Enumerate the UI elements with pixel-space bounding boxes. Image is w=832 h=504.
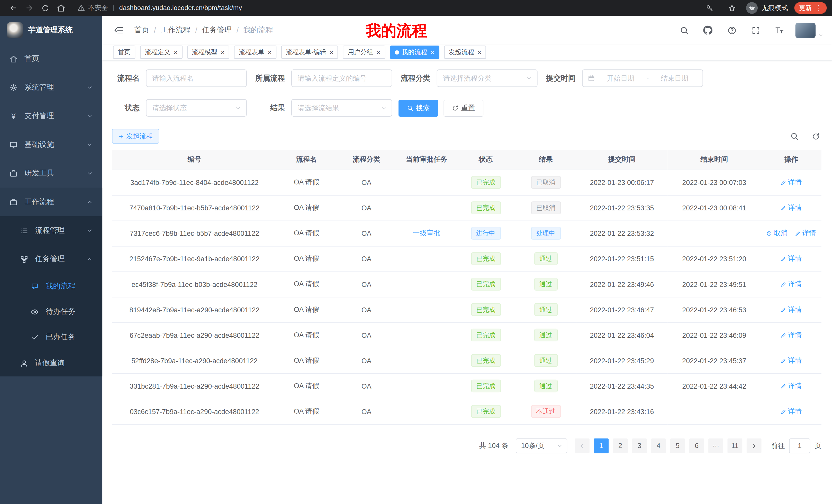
close-icon[interactable]: ×: [220, 49, 225, 56]
breadcrumb-item[interactable]: 首页: [134, 25, 149, 35]
close-icon[interactable]: ×: [477, 49, 482, 56]
header-search-icon[interactable]: [676, 22, 692, 38]
cell-status: 已完成: [457, 348, 515, 373]
browser-menu-dots-icon[interactable]: ⋮: [815, 4, 822, 12]
process-def-input[interactable]: [291, 69, 392, 87]
browser-forward-button[interactable]: [23, 2, 36, 15]
breadcrumb-separator: /: [237, 26, 239, 34]
cancel-link[interactable]: 取消: [766, 228, 788, 238]
page-number-button[interactable]: 2: [613, 438, 628, 453]
close-icon[interactable]: ×: [431, 49, 435, 56]
chevron-up-icon: [86, 256, 93, 262]
page-number-button[interactable]: ···: [708, 438, 723, 453]
status-select[interactable]: 请选择状态: [146, 99, 247, 117]
sidebar-item-system[interactable]: 系统管理: [0, 73, 102, 102]
page-number-button[interactable]: 4: [651, 438, 666, 453]
result-select[interactable]: 请选择流结果: [291, 99, 392, 117]
table-refresh-icon[interactable]: [810, 131, 821, 142]
tab[interactable]: 流程表单 ×: [234, 46, 277, 59]
browser-reload-button[interactable]: [39, 2, 52, 15]
tab[interactable]: 流程定义 ×: [140, 46, 182, 59]
tab[interactable]: 用户分组 ×: [343, 46, 385, 59]
current-task-link[interactable]: 一级审批: [413, 228, 440, 238]
close-icon[interactable]: ×: [174, 49, 178, 56]
prev-page-button[interactable]: [575, 438, 590, 453]
cell-result: 通过: [515, 246, 576, 272]
detail-link[interactable]: 详情: [781, 254, 802, 263]
start-date-placeholder[interactable]: 开始日期: [598, 74, 643, 83]
process-name-input[interactable]: [146, 69, 247, 87]
page-number-button[interactable]: 6: [689, 438, 704, 453]
page-number-button[interactable]: 1: [594, 438, 608, 453]
tab[interactable]: 流程表单-编辑 ×: [281, 46, 338, 59]
table-search-icon[interactable]: [788, 131, 800, 142]
help-icon[interactable]: [724, 22, 740, 38]
cell-id: 331bc281-7b9a-11ec-a290-acde48001122: [112, 373, 277, 399]
page-size-select[interactable]: 10条/页: [516, 438, 567, 453]
tab[interactable]: 首页: [113, 46, 135, 59]
detail-link[interactable]: 详情: [781, 381, 802, 391]
detail-link[interactable]: 详情: [781, 330, 802, 340]
category-select[interactable]: 请选择流程分类: [437, 69, 538, 87]
github-icon[interactable]: [700, 22, 716, 38]
next-page-button[interactable]: [747, 438, 761, 453]
sidebar-item-devtools[interactable]: 研发工具: [0, 159, 102, 188]
tab[interactable]: 我的流程 ×: [390, 46, 439, 59]
sidebar-item-workflow[interactable]: 工作流程: [0, 188, 102, 216]
tab[interactable]: 流程模型 ×: [187, 46, 229, 59]
detail-link[interactable]: 详情: [781, 407, 802, 416]
detail-link[interactable]: 详情: [781, 279, 802, 289]
sidebar-item-task-management[interactable]: 任务管理: [0, 245, 102, 273]
font-size-icon[interactable]: [772, 22, 787, 38]
app-logo[interactable]: 芋道管理系统: [0, 16, 102, 45]
status-badge: 已完成: [471, 278, 501, 290]
page-number-button[interactable]: 11: [727, 438, 742, 453]
sidebar-item-infrastructure[interactable]: 基础设施: [0, 131, 102, 159]
sidebar-item-leave-query[interactable]: 请假查询: [0, 350, 102, 376]
browser-back-button[interactable]: [7, 2, 20, 15]
detail-link[interactable]: 详情: [795, 228, 816, 238]
reset-button[interactable]: 重置: [443, 100, 483, 116]
sidebar-item-payment[interactable]: ¥ 支付管理: [0, 102, 102, 130]
avatar[interactable]: [796, 23, 815, 38]
date-range-picker[interactable]: 开始日期 - 结束日期: [582, 69, 703, 87]
sidebar-item-process-management[interactable]: 流程管理: [0, 216, 102, 245]
filter-process-def: 所属流程: [253, 69, 392, 87]
cell-current-task: [397, 348, 457, 373]
close-icon[interactable]: ×: [268, 49, 272, 56]
create-process-button[interactable]: 发起流程: [112, 129, 159, 144]
user-menu[interactable]: [796, 23, 824, 38]
security-indicator[interactable]: 不安全: [77, 3, 108, 12]
sidebar-toggle-button[interactable]: [110, 21, 128, 39]
sidebar-item-home[interactable]: 首页: [0, 45, 102, 73]
tab[interactable]: 发起流程 ×: [444, 46, 486, 59]
close-icon[interactable]: ×: [329, 49, 334, 56]
sidebar-item-todo-tasks[interactable]: 待办任务: [0, 299, 102, 325]
page-number-button[interactable]: 5: [670, 438, 685, 453]
address-bar[interactable]: 不安全 | dashboard.yudao.iocoder.cn/bpm/tas…: [77, 3, 701, 12]
password-key-icon[interactable]: [703, 2, 716, 15]
search-button[interactable]: 搜索: [398, 100, 438, 116]
browser-home-button[interactable]: [55, 2, 68, 15]
cell-result: 已取消: [515, 170, 576, 195]
end-date-placeholder[interactable]: 结束日期: [652, 74, 697, 83]
detail-link[interactable]: 详情: [781, 305, 802, 314]
cell-actions: 详情: [761, 272, 821, 297]
breadcrumb-item[interactable]: 任务管理: [202, 25, 232, 35]
page-number-button[interactable]: 3: [632, 438, 647, 453]
bookmark-star-icon[interactable]: [725, 2, 738, 15]
fullscreen-icon[interactable]: [748, 22, 763, 38]
detail-link[interactable]: 详情: [781, 177, 802, 187]
sidebar-item-my-process[interactable]: 我的流程: [0, 274, 102, 299]
cell-current-task: [397, 399, 457, 424]
result-badge: 通过: [534, 303, 557, 316]
sidebar-item-done-tasks[interactable]: 已办任务: [0, 325, 102, 350]
breadcrumb-item[interactable]: 工作流程: [161, 25, 190, 35]
chevron-down-icon: [557, 442, 563, 449]
detail-link[interactable]: 详情: [781, 356, 802, 365]
detail-link[interactable]: 详情: [781, 203, 802, 213]
cell-category: OA: [336, 272, 397, 297]
close-icon[interactable]: ×: [376, 49, 381, 56]
browser-update-button[interactable]: 更新 ⋮: [795, 2, 827, 13]
goto-page-input[interactable]: [789, 438, 810, 453]
